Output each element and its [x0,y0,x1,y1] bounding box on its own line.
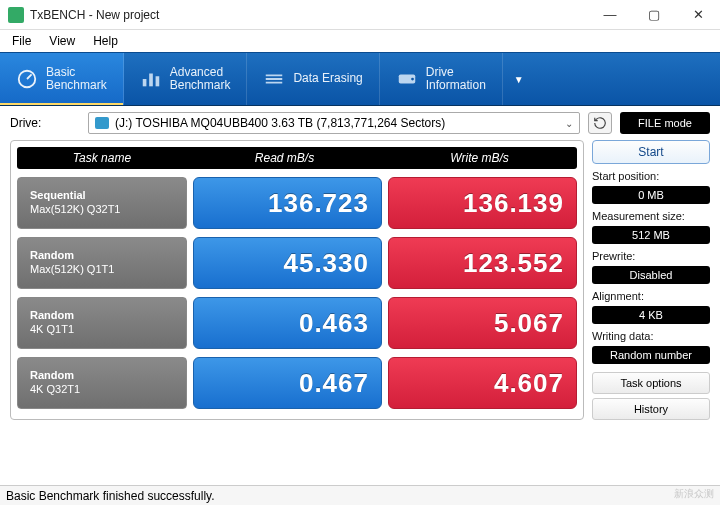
measurement-size-label: Measurement size: [592,210,710,222]
tab-label: Basic Benchmark [46,66,107,92]
start-position-label: Start position: [592,170,710,182]
result-row: Sequential Max(512K) Q32T1 136.723 136.1… [17,177,577,229]
refresh-button[interactable] [588,112,612,134]
write-value: 123.552 [388,237,577,289]
menu-bar: File View Help [0,30,720,52]
read-value: 45.330 [193,237,382,289]
task-line1: Random [30,309,186,323]
window-title: TxBENCH - New project [30,8,588,22]
task-line2: 4K Q32T1 [30,383,186,397]
tab-advanced-benchmark[interactable]: Advanced Benchmark [124,53,248,105]
header-read: Read mB/s [187,151,382,165]
task-cell: Random 4K Q1T1 [17,297,187,349]
titlebar: TxBENCH - New project — ▢ ✕ [0,0,720,30]
svg-rect-1 [142,79,146,86]
drive-label: Drive: [10,116,80,130]
start-position-value[interactable]: 0 MB [592,186,710,204]
gauge-icon [16,68,38,90]
disk-icon [95,117,109,129]
tab-drive-information[interactable]: Drive Information [380,53,503,105]
history-button[interactable]: History [592,398,710,420]
sidebar: Start Start position: 0 MB Measurement s… [592,140,710,420]
header-task: Task name [17,151,187,165]
task-line2: Max(512K) Q32T1 [30,203,186,217]
result-row: Random 4K Q32T1 0.467 4.607 [17,357,577,409]
status-bar: Basic Benchmark finished successfully. [0,485,720,505]
task-line1: Random [30,249,186,263]
results-header: Task name Read mB/s Write mB/s [17,147,577,169]
main-area: Task name Read mB/s Write mB/s Sequentia… [0,140,720,424]
start-button[interactable]: Start [592,140,710,164]
app-icon [8,7,24,23]
chevron-down-icon: ⌄ [565,118,573,129]
tab-label: Data Erasing [293,72,362,85]
svg-rect-2 [149,74,153,87]
prewrite-label: Prewrite: [592,250,710,262]
watermark: 新浪众测 [674,487,714,501]
svg-point-5 [411,78,414,81]
alignment-value[interactable]: 4 KB [592,306,710,324]
erase-icon [263,68,285,90]
measurement-size-value[interactable]: 512 MB [592,226,710,244]
tab-label: Drive Information [426,66,486,92]
write-value: 136.139 [388,177,577,229]
menu-view[interactable]: View [41,32,83,50]
task-options-button[interactable]: Task options [592,372,710,394]
task-line1: Random [30,369,186,383]
tab-basic-benchmark[interactable]: Basic Benchmark [0,53,124,105]
header-write: Write mB/s [382,151,577,165]
tab-strip: Basic Benchmark Advanced Benchmark Data … [0,52,720,106]
task-cell: Sequential Max(512K) Q32T1 [17,177,187,229]
bars-icon [140,68,162,90]
menu-file[interactable]: File [4,32,39,50]
maximize-button[interactable]: ▢ [632,0,676,30]
writing-data-value[interactable]: Random number [592,346,710,364]
tab-overflow-button[interactable]: ▼ [503,53,535,105]
drive-selected-text: (J:) TOSHIBA MQ04UBB400 3.63 TB (7,813,7… [115,116,559,130]
task-line1: Sequential [30,189,186,203]
writing-data-label: Writing data: [592,330,710,342]
file-mode-button[interactable]: FILE mode [620,112,710,134]
window-controls: — ▢ ✕ [588,0,720,30]
task-cell: Random Max(512K) Q1T1 [17,237,187,289]
drive-select[interactable]: (J:) TOSHIBA MQ04UBB400 3.63 TB (7,813,7… [88,112,580,134]
result-row: Random Max(512K) Q1T1 45.330 123.552 [17,237,577,289]
read-value: 0.467 [193,357,382,409]
write-value: 4.607 [388,357,577,409]
svg-rect-3 [155,76,159,86]
refresh-icon [593,116,607,130]
tab-label: Advanced Benchmark [170,66,231,92]
minimize-button[interactable]: — [588,0,632,30]
prewrite-value[interactable]: Disabled [592,266,710,284]
task-cell: Random 4K Q32T1 [17,357,187,409]
read-value: 136.723 [193,177,382,229]
status-text: Basic Benchmark finished successfully. [6,489,215,503]
task-line2: Max(512K) Q1T1 [30,263,186,277]
tab-data-erasing[interactable]: Data Erasing [247,53,379,105]
write-value: 5.067 [388,297,577,349]
drive-icon [396,68,418,90]
menu-help[interactable]: Help [85,32,126,50]
read-value: 0.463 [193,297,382,349]
alignment-label: Alignment: [592,290,710,302]
task-line2: 4K Q1T1 [30,323,186,337]
close-button[interactable]: ✕ [676,0,720,30]
result-row: Random 4K Q1T1 0.463 5.067 [17,297,577,349]
drive-row: Drive: (J:) TOSHIBA MQ04UBB400 3.63 TB (… [0,106,720,140]
results-panel: Task name Read mB/s Write mB/s Sequentia… [10,140,584,420]
